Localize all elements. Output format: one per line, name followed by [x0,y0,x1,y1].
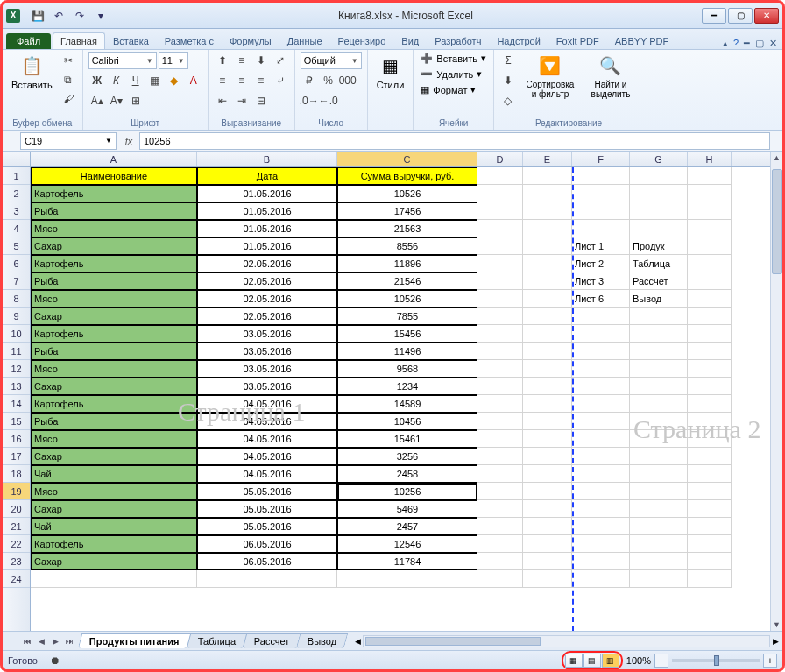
font-size-combo[interactable]: 11▼ [159,52,188,69]
cell-F13[interactable] [572,378,630,395]
cell-C5[interactable]: 8556 [337,237,477,255]
cell-E1[interactable] [523,167,572,185]
cell-G23[interactable] [630,553,688,570]
cell-B8[interactable]: 02.05.2016 [197,290,337,308]
doc-close-icon[interactable]: ✕ [769,38,777,49]
cell-A11[interactable]: Рыба [31,343,197,360]
cell-D3[interactable] [477,202,523,220]
cell-C9[interactable]: 7855 [337,308,477,325]
cell-E4[interactable] [523,220,572,237]
cell-G24[interactable] [630,570,688,588]
redo-button[interactable]: ↷ [71,7,88,25]
cell-D2[interactable] [477,185,523,202]
formula-input[interactable]: 10256 [139,132,770,150]
cell-D15[interactable] [477,413,523,430]
hscroll-thumb[interactable] [365,637,541,646]
cell-F3[interactable] [572,202,630,220]
merge-button[interactable]: ⊟ [252,92,270,110]
cell-G17[interactable] [630,448,688,465]
sheet-next-button[interactable]: ▶ [48,634,62,648]
cell-D18[interactable] [477,465,523,483]
row-header-9[interactable]: 9 [3,308,30,325]
cell-B9[interactable]: 02.05.2016 [197,308,337,325]
cell-C24[interactable] [337,570,477,588]
cell-H23[interactable] [688,553,732,570]
row-header-24[interactable]: 24 [3,570,30,588]
find-select-button[interactable]: 🔍 Найти и выделить [583,52,638,101]
row-header-18[interactable]: 18 [3,465,30,483]
cell-A21[interactable]: Чай [31,518,197,535]
col-header-D[interactable]: D [477,152,523,166]
row-header-1[interactable]: 1 [3,167,30,185]
format-cells-button[interactable]: ▦Формат ▾ [419,83,488,96]
cell-B10[interactable]: 03.05.2016 [197,325,337,343]
vertical-scrollbar[interactable]: ▲ ▼ [770,152,782,631]
cell-B17[interactable]: 04.05.2016 [197,448,337,465]
row-header-13[interactable]: 13 [3,378,30,395]
cell-C10[interactable]: 15456 [337,325,477,343]
cell-A15[interactable]: Рыба [31,413,197,430]
help-icon[interactable]: ? [733,38,739,49]
doc-restore-icon[interactable]: ▢ [755,38,764,49]
cell-A3[interactable]: Рыба [31,202,197,220]
row-header-22[interactable]: 22 [3,535,30,553]
cell-E16[interactable] [523,430,572,448]
ribbon-tab-рецензиро[interactable]: Рецензиро [330,32,394,49]
cell-B3[interactable]: 01.05.2016 [197,202,337,220]
cell-C12[interactable]: 9568 [337,360,477,378]
cell-A6[interactable]: Картофель [31,255,197,272]
cell-H11[interactable] [688,343,732,360]
cell-A24[interactable] [31,570,197,588]
cell-D8[interactable] [477,290,523,308]
cell-C15[interactable]: 10456 [337,413,477,430]
autosum-button[interactable]: Σ [499,52,517,69]
col-header-B[interactable]: B [197,152,337,166]
increase-decimal-button[interactable]: .0→ [301,92,318,110]
cell-E14[interactable] [523,395,572,413]
cell-E19[interactable] [523,483,572,500]
fill-button[interactable]: ⬇ [499,72,517,89]
cell-B1[interactable]: Дата [197,167,337,185]
cell-A12[interactable]: Мясо [31,360,197,378]
cell-G10[interactable] [630,325,688,343]
cell-F19[interactable] [572,483,630,500]
cell-C21[interactable]: 2457 [337,518,477,535]
cell-E7[interactable] [523,272,572,290]
qat-customize[interactable]: ▾ [92,7,110,25]
row-header-4[interactable]: 4 [3,220,30,237]
cell-D4[interactable] [477,220,523,237]
cell-E11[interactable] [523,343,572,360]
doc-min-icon[interactable]: ━ [744,38,750,49]
cell-A20[interactable]: Сахар [31,500,197,518]
cell-D13[interactable] [477,378,523,395]
cell-B11[interactable]: 03.05.2016 [197,343,337,360]
align-middle-button[interactable]: ≡ [233,52,251,69]
fx-icon[interactable]: fx [118,136,139,146]
col-header-A[interactable]: A [31,152,197,166]
cell-D6[interactable] [477,255,523,272]
undo-button[interactable]: ↶ [50,7,67,25]
cell-B21[interactable]: 05.05.2016 [197,518,337,535]
cell-H2[interactable] [688,185,732,202]
cell-C1[interactable]: Сумма выручки, руб. [337,167,477,185]
cell-C7[interactable]: 21546 [337,272,477,290]
scroll-left-icon[interactable]: ◀ [351,636,364,647]
cell-E17[interactable] [523,448,572,465]
cell-F9[interactable] [572,308,630,325]
format-painter-button[interactable]: 🖌 [60,90,77,108]
cell-H22[interactable] [688,535,732,553]
cell-E13[interactable] [523,378,572,395]
cell-E22[interactable] [523,535,572,553]
ribbon-tab-надстрой[interactable]: Надстрой [489,32,548,49]
ribbon-tab-abbyy pdf[interactable]: ABBYY PDF [607,32,677,49]
cell-G11[interactable] [630,343,688,360]
row-header-2[interactable]: 2 [3,185,30,202]
cell-D1[interactable] [477,167,523,185]
cell-G19[interactable] [630,483,688,500]
cell-H21[interactable] [688,518,732,535]
sheet-tab-Таблица[interactable]: Таблица [186,633,247,648]
row-header-10[interactable]: 10 [3,325,30,343]
cell-G13[interactable] [630,378,688,395]
cell-H16[interactable] [688,430,732,448]
comma-button[interactable]: 000 [339,72,357,89]
